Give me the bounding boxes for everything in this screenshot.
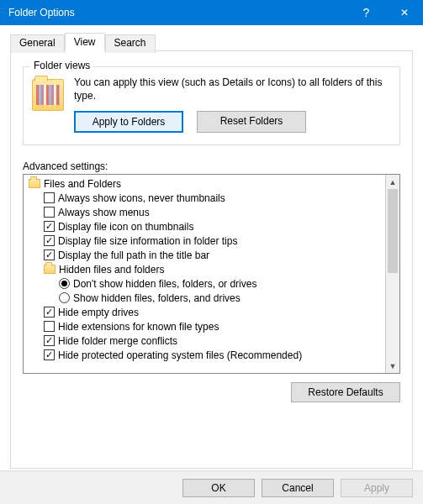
tree-item-label: Hide protected operating system files (R… xyxy=(58,349,302,361)
tree-item-label: Hide empty drives xyxy=(58,307,139,318)
checkbox[interactable] xyxy=(44,321,55,332)
tree-item[interactable]: Hidden files and folders xyxy=(27,262,382,276)
tree-item[interactable]: Files and Folders xyxy=(27,176,382,191)
tab-view[interactable]: View xyxy=(65,33,105,51)
checkbox[interactable] xyxy=(44,221,55,232)
tab-strip: General View Search xyxy=(10,33,413,51)
scroll-thumb[interactable] xyxy=(388,189,398,273)
apply-button[interactable]: Apply xyxy=(341,479,413,497)
checkbox[interactable] xyxy=(44,335,55,346)
scrollbar[interactable]: ▲ ▼ xyxy=(385,175,399,373)
tree-item[interactable]: Display file icon on thumbnails xyxy=(27,219,382,234)
tree-item[interactable]: Always show icons, never thumbnails xyxy=(27,191,382,205)
checkbox[interactable] xyxy=(44,349,55,360)
tree-item-label: Always show menus xyxy=(58,207,150,218)
reset-folders-button[interactable]: Reset Folders xyxy=(197,111,306,133)
restore-defaults-button[interactable]: Restore Defaults xyxy=(291,382,400,402)
folder-icon xyxy=(29,179,40,188)
tree-item[interactable]: Hide folder merge conflicts xyxy=(27,333,382,348)
tree-item-label: Hide folder merge conflicts xyxy=(58,335,177,347)
tab-search[interactable]: Search xyxy=(105,34,156,53)
advanced-settings-tree[interactable]: Files and FoldersAlways show icons, neve… xyxy=(23,174,400,374)
titlebar: Folder Options ? ✕ xyxy=(0,0,423,25)
folder-views-group: Folder views You can apply this view (su… xyxy=(23,66,400,145)
tree-item[interactable]: Don't show hidden files, folders, or dri… xyxy=(27,276,382,291)
close-button[interactable]: ✕ xyxy=(385,0,423,25)
window-title: Folder Options xyxy=(8,7,347,18)
tree-item-label: Files and Folders xyxy=(44,178,121,190)
folder-views-legend: Folder views xyxy=(30,60,93,71)
help-button[interactable]: ? xyxy=(347,0,385,25)
folder-views-icon xyxy=(32,79,64,111)
tree-item[interactable]: Display the full path in the title bar xyxy=(27,248,382,262)
tree-item-label: Always show icons, never thumbnails xyxy=(58,192,225,204)
checkbox[interactable] xyxy=(44,249,55,260)
tree-item[interactable]: Show hidden files, folders, and drives xyxy=(27,291,382,305)
radio[interactable] xyxy=(59,278,70,289)
scroll-up-button[interactable]: ▲ xyxy=(386,175,399,189)
tree-item-label: Don't show hidden files, folders, or dri… xyxy=(73,278,256,290)
checkbox[interactable] xyxy=(44,207,55,218)
folder-views-description: You can apply this view (such as Details… xyxy=(74,76,391,102)
tree-item[interactable]: Hide protected operating system files (R… xyxy=(27,348,382,362)
advanced-settings-label: Advanced settings: xyxy=(23,160,400,172)
tree-item-label: Display file icon on thumbnails xyxy=(58,221,193,233)
tab-general[interactable]: General xyxy=(10,34,65,53)
folder-icon xyxy=(44,265,56,274)
dialog-footer: OK Cancel Apply xyxy=(0,470,423,504)
ok-button[interactable]: OK xyxy=(182,479,255,497)
tree-item[interactable]: Display file size information in folder … xyxy=(27,234,382,248)
tree-item-label: Display file size information in folder … xyxy=(58,235,237,247)
tree-item[interactable]: Hide empty drives xyxy=(27,305,382,319)
checkbox[interactable] xyxy=(44,235,55,246)
tree-item-label: Hide extensions for known file types xyxy=(58,321,219,333)
apply-to-folders-button[interactable]: Apply to Folders xyxy=(74,111,183,133)
tree-item[interactable]: Always show menus xyxy=(27,205,382,219)
tree-item-label: Hidden files and folders xyxy=(59,264,164,276)
cancel-button[interactable]: Cancel xyxy=(262,479,334,497)
radio[interactable] xyxy=(59,292,70,303)
tree-item[interactable]: Hide extensions for known file types xyxy=(27,319,382,333)
tree-item-label: Show hidden files, folders, and drives xyxy=(73,292,241,304)
checkbox[interactable] xyxy=(44,192,55,203)
scroll-down-button[interactable]: ▼ xyxy=(386,359,399,373)
checkbox[interactable] xyxy=(44,307,55,318)
tab-panel-view: Folder views You can apply this view (su… xyxy=(10,50,413,469)
scroll-track[interactable] xyxy=(386,189,399,359)
tree-item-label: Display the full path in the title bar xyxy=(58,249,209,261)
